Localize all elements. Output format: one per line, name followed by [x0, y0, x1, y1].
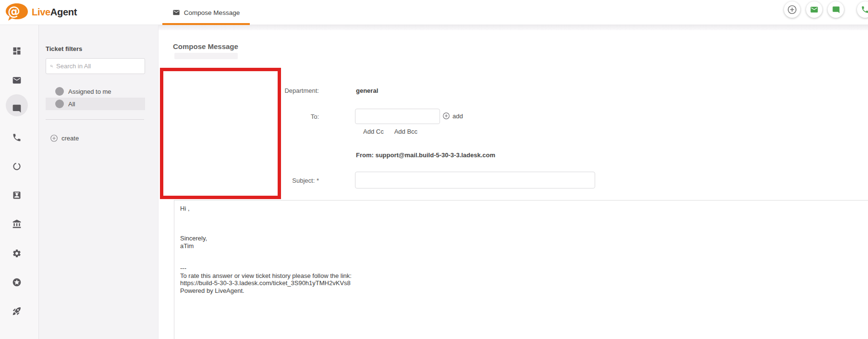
star-circle-icon — [12, 277, 22, 287]
ring-icon — [12, 162, 22, 171]
plus-circle-icon — [787, 4, 797, 15]
phone-icon — [12, 133, 22, 142]
bank-icon — [12, 219, 22, 229]
header-shadow — [159, 25, 868, 30]
chat-status-button[interactable] — [828, 1, 844, 18]
new-ticket-button[interactable] — [784, 1, 800, 18]
rocket-icon — [12, 306, 22, 316]
logo-text: LiveAgent — [32, 7, 77, 18]
sidebar-item-tickets[interactable] — [12, 75, 22, 85]
panel-title: Ticket filters — [46, 45, 82, 52]
ticket-filters-panel: Ticket filters Assigned to me All cr — [39, 25, 159, 339]
create-filter-button[interactable]: create — [50, 134, 79, 142]
liveagent-logo: @ LiveAgent — [5, 2, 77, 22]
filter-list: Assigned to me All — [46, 85, 145, 110]
logo-bubble-icon: @ — [5, 2, 29, 22]
message-body-editor[interactable]: Hi , Sincerely, aTim --- To rate this an… — [174, 200, 868, 339]
filter-item-label: Assigned to me — [68, 88, 111, 95]
subject-input[interactable] — [355, 172, 595, 188]
sidebar-item-chats[interactable] — [12, 104, 22, 113]
add-bcc-link[interactable]: Add Bcc — [394, 128, 417, 135]
envelope-icon — [12, 75, 22, 85]
add-cc-link[interactable]: Add Cc — [363, 128, 384, 135]
top-header: @ LiveAgent Compose Message — [0, 0, 868, 25]
plus-circle-icon — [442, 112, 450, 120]
filter-item-assigned-to-me[interactable]: Assigned to me — [46, 85, 145, 98]
logo-live: Live — [32, 7, 50, 17]
red-annotation-rectangle — [160, 68, 281, 199]
call-status-button[interactable] — [857, 1, 868, 18]
cc-bcc-links: Add Cc Add Bcc — [363, 128, 417, 135]
filter-avatar-circle — [55, 100, 64, 108]
logo-agent: Agent — [50, 7, 77, 17]
add-recipient-button[interactable]: add — [442, 112, 463, 120]
envelope-icon — [172, 9, 180, 16]
chat-icon — [12, 104, 22, 113]
sidebar-item-getting-started[interactable] — [12, 306, 22, 316]
call-icon — [861, 5, 868, 14]
panel-divider — [46, 119, 144, 120]
sidebar-item-calls[interactable] — [12, 133, 22, 142]
message-body-text: Hi , Sincerely, aTim --- To rate this an… — [180, 205, 352, 294]
tab-label: Compose Message — [184, 9, 240, 16]
sidebar-item-contacts[interactable] — [12, 190, 22, 200]
filter-avatar-circle — [55, 87, 64, 96]
sidebar-item-settings[interactable] — [12, 249, 22, 258]
svg-text:@: @ — [8, 4, 20, 18]
page-title: Compose Message — [173, 42, 238, 50]
search-icon — [50, 63, 53, 70]
create-label: create — [61, 135, 79, 142]
sidebar-item-dashboard[interactable] — [12, 46, 22, 56]
email-icon — [810, 5, 819, 14]
tab-active-underline — [162, 23, 250, 25]
dashboard-icon — [12, 46, 22, 56]
tab-compose-message[interactable]: Compose Message — [162, 0, 250, 25]
filter-item-all[interactable]: All — [46, 98, 145, 110]
department-value: general — [356, 87, 378, 94]
from-line: From: support@mail.build-5-30-3-3.ladesk… — [356, 151, 495, 159]
sidebar-item-company[interactable] — [12, 219, 22, 229]
chat-icon — [832, 6, 840, 14]
search-input[interactable] — [56, 63, 141, 70]
contact-card-icon — [12, 190, 22, 200]
add-label: add — [452, 113, 463, 120]
title-skeleton-bar — [174, 53, 238, 59]
liveagent-app: @ LiveAgent Compose Message — [0, 0, 868, 339]
gear-icon — [12, 249, 22, 258]
to-input[interactable] — [355, 109, 440, 124]
sidebar-item-premium[interactable] — [12, 277, 22, 287]
filter-item-label: All — [68, 100, 75, 108]
plus-circle-icon — [50, 134, 58, 142]
sidebar-item-social[interactable] — [12, 162, 22, 171]
sidebar-rail — [0, 25, 39, 339]
search-box — [46, 58, 145, 74]
email-status-button[interactable] — [806, 1, 822, 18]
